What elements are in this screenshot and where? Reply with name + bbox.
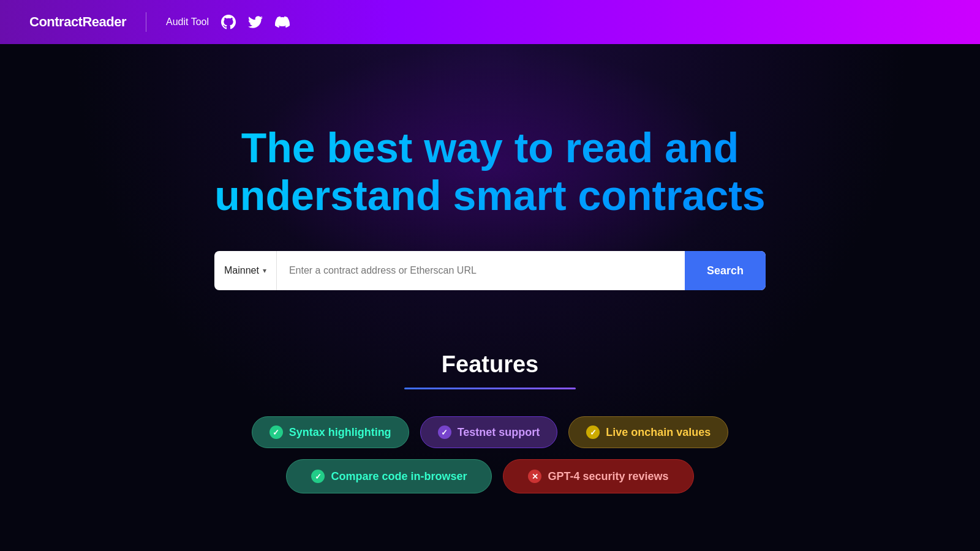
check-icon: ✓ [586, 425, 600, 439]
network-dropdown[interactable]: Mainnet ▾ [214, 251, 277, 290]
search-button[interactable]: Search [685, 251, 766, 290]
features-section: Features ✓ Syntax highlighting ✓ Testnet… [0, 351, 980, 493]
features-row-2: ✓ Compare code in-browser ✕ GPT-4 securi… [286, 459, 693, 493]
chevron-down-icon: ▾ [263, 266, 266, 275]
discord-icon[interactable] [275, 15, 290, 29]
feature-live-onchain-values[interactable]: ✓ Live onchain values [568, 416, 728, 448]
features-title: Features [442, 351, 538, 378]
feature-gpt4-security[interactable]: ✕ GPT-4 security reviews [503, 459, 693, 493]
feature-syntax-highlighting[interactable]: ✓ Syntax highlighting [252, 416, 409, 448]
header-nav: Audit Tool [166, 15, 290, 29]
check-icon: ✓ [311, 470, 325, 483]
feature-label: GPT-4 security reviews [548, 470, 668, 483]
github-icon[interactable] [221, 15, 236, 29]
feature-label: Compare code in-browser [331, 470, 467, 483]
feature-compare-code[interactable]: ✓ Compare code in-browser [286, 459, 492, 493]
network-label: Mainnet [224, 265, 259, 276]
feature-label: Syntax highlighting [289, 426, 391, 439]
header: ContractReader Audit Tool [0, 0, 980, 44]
main-content: The best way to read and understand smar… [0, 44, 980, 551]
search-input[interactable] [277, 251, 685, 290]
header-divider [146, 12, 146, 32]
hero-title: The best way to read and understand smar… [214, 124, 766, 219]
feature-label: Live onchain values [606, 426, 710, 439]
check-icon: ✓ [270, 425, 283, 439]
search-bar: Mainnet ▾ Search [214, 251, 766, 290]
features-underline [404, 388, 576, 389]
check-icon: ✓ [438, 425, 451, 439]
logo[interactable]: ContractReader [29, 14, 126, 30]
feature-label: Testnet support [458, 426, 540, 439]
audit-tool-link[interactable]: Audit Tool [166, 17, 209, 28]
check-icon: ✕ [528, 470, 541, 483]
feature-testnet-support[interactable]: ✓ Testnet support [420, 416, 558, 448]
features-row-1: ✓ Syntax highlighting ✓ Testnet support … [252, 416, 729, 448]
twitter-icon[interactable] [248, 15, 263, 29]
features-grid: ✓ Syntax highlighting ✓ Testnet support … [252, 416, 729, 493]
